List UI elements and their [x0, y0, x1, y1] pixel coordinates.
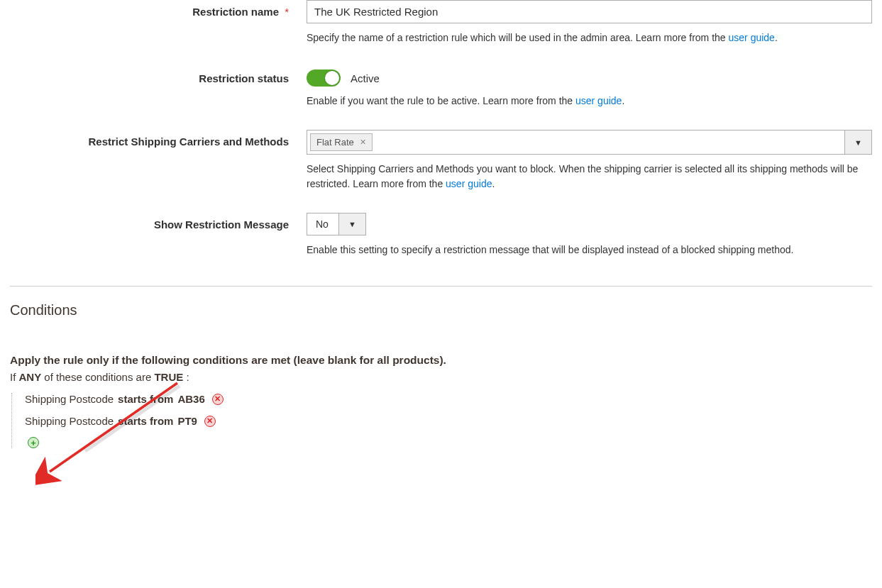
- message-hint: Enable this setting to specify a restric…: [307, 243, 872, 257]
- user-guide-link-name[interactable]: user guide: [729, 32, 775, 43]
- restriction-status-value: Active: [351, 72, 380, 84]
- conditions-section-title: Conditions: [10, 302, 872, 318]
- value-selector[interactable]: TRUE: [154, 371, 183, 383]
- remove-condition-icon[interactable]: ✕: [212, 394, 224, 405]
- add-condition-icon[interactable]: +: [28, 437, 39, 448]
- restriction-name-label: Restriction name *: [10, 0, 307, 18]
- carriers-label: Restrict Shipping Carriers and Methods: [10, 130, 307, 148]
- condition-operator[interactable]: starts from: [118, 393, 173, 405]
- condition-row: Shipping Postcode starts from PT9 ✕: [25, 415, 872, 427]
- condition-value[interactable]: PT9: [177, 415, 197, 427]
- remove-tag-icon[interactable]: ✕: [360, 138, 366, 147]
- message-select[interactable]: No ▼: [307, 213, 366, 235]
- conditions-heading: Apply the rule only if the following con…: [10, 354, 872, 367]
- condition-attribute[interactable]: Shipping Postcode: [25, 393, 114, 405]
- condition-row: Shipping Postcode starts from AB36 ✕: [25, 393, 872, 405]
- restriction-status-toggle[interactable]: [307, 70, 341, 87]
- chevron-down-icon: ▼: [338, 213, 365, 235]
- carrier-tag: Flat Rate ✕: [310, 133, 373, 151]
- user-guide-link-carriers[interactable]: user guide: [446, 178, 492, 189]
- section-divider: [10, 286, 872, 287]
- restriction-name-hint: Specify the name of a restriction rule w…: [307, 30, 872, 45]
- carriers-multiselect[interactable]: Flat Rate ✕ ▼: [307, 130, 872, 155]
- restriction-status-hint: Enable if you want the rule to be active…: [307, 94, 872, 109]
- conditions-root-line: If ANY of these conditions are TRUE :: [10, 371, 872, 383]
- restriction-name-input[interactable]: [307, 0, 872, 23]
- remove-condition-icon[interactable]: ✕: [204, 416, 216, 427]
- carriers-hint: Select Shipping Carriers and Methods you…: [307, 162, 872, 192]
- restriction-status-label: Restriction status: [10, 67, 307, 84]
- aggregator-selector[interactable]: ANY: [19, 371, 42, 383]
- condition-value[interactable]: AB36: [177, 393, 204, 405]
- message-label: Show Restriction Message: [10, 213, 307, 231]
- condition-operator[interactable]: starts from: [118, 415, 173, 427]
- carriers-dropdown-toggle[interactable]: ▼: [844, 131, 871, 154]
- condition-attribute[interactable]: Shipping Postcode: [25, 415, 114, 427]
- user-guide-link-status[interactable]: user guide: [575, 95, 622, 106]
